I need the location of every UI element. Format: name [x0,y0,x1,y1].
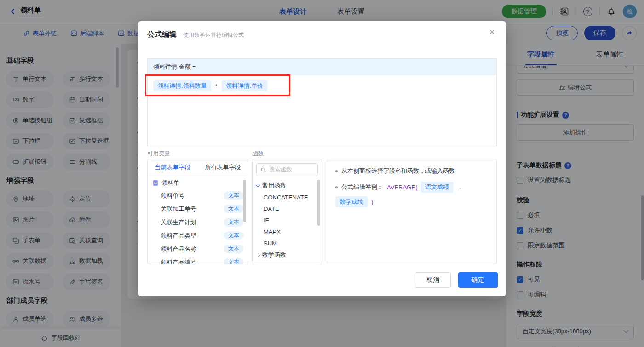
variable-field-name: 领料单号 [161,192,184,200]
variable-field-name: 领料产品编号 [161,258,196,265]
variable-field-name: 关联生产计划 [161,218,196,227]
search-icon [260,167,266,173]
variable-type-tag: 文本 [224,205,243,213]
help-tip-2: 公式编辑举例： AVERAGE( 语文成绩 ， 数学成绩 ) [335,182,488,207]
chevron-right-icon [256,253,260,257]
example-comma: ， [457,183,463,191]
variables-tab-all-forms[interactable]: 所有表单字段 [198,159,248,175]
close-icon[interactable]: × [489,27,495,37]
variable-type-tag: 文本 [224,245,243,253]
example-field-pill: 数学成绩 [335,196,368,207]
variables-scrollbar[interactable] [243,180,246,222]
modal-subtitle: 使用数学运算符编辑公式 [183,31,244,39]
variables-tabs: 当前表单字段所有表单字段 [148,159,248,175]
confirm-button[interactable]: 确定 [458,272,498,288]
variable-field-row[interactable]: 关联生产计划文本 [148,216,248,229]
modal-header: 公式编辑 使用数学运算符编辑公式 [147,30,244,40]
variable-type-tag: 文本 [224,191,243,200]
function-group-name: 数学函数 [262,251,286,259]
function-group[interactable]: 数学函数 [253,249,322,261]
bullet-dot [335,170,338,172]
functions-label: 函数 [252,150,264,158]
function-group[interactable]: 文本函数 [253,261,322,264]
formula-expression[interactable]: 领料详情.领料数量*领料详情.单价 [148,75,496,97]
help-tip-1: 从左侧面板选择字段名和函数，或输入函数 [335,167,488,175]
functions-panel: 搜索函数 常用函数CONCATENATEDATEIFMAPXSUM数学函数文本函… [252,159,322,264]
variable-type-tag: 文本 [224,218,243,227]
function-search-box[interactable]: 搜索函数 [256,163,318,176]
formula-target: 领料详情.金额 = [148,59,496,75]
variable-field-row[interactable]: 领料产品编号文本 [148,256,248,264]
variable-field-name: 关联加工单号 [161,205,196,213]
example-close-paren: ) [371,199,373,205]
function-item[interactable]: IF [253,215,322,226]
function-search-placeholder: 搜索函数 [269,166,292,174]
bullet-dot [335,186,338,188]
function-item[interactable]: SUM [253,238,322,249]
function-group-name: 常用函数 [262,182,286,190]
cancel-button[interactable]: 取消 [415,272,451,288]
variable-type-tag: 文本 [224,231,243,240]
chevron-down-icon [256,183,260,188]
variable-type-tag: 文本 [224,258,243,264]
function-group[interactable]: 常用函数 [253,180,322,192]
formula-field-pill[interactable]: 领料详情.领料数量 [153,80,211,91]
tree-root-form[interactable]: 领料单 [148,175,248,189]
functions-scrollbar[interactable] [317,180,320,226]
variables-tab-current-form[interactable]: 当前表单字段 [148,159,198,175]
formula-operator: * [215,83,218,90]
formula-editor[interactable]: 领料详情.金额 = 领料详情.领料数量*领料详情.单价 [147,58,497,147]
variables-label: 可用变量 [147,150,170,158]
variable-field-row[interactable]: 领料产品名称文本 [148,242,248,256]
app-root: 领料单 表单设计表单设置 数据管理 ? 检 表单外链后端脚本数据权限 预览 保存 [0,0,644,347]
modal-title: 公式编辑 [147,30,177,40]
document-icon [152,180,159,186]
variable-field-name: 领料产品名称 [161,245,196,253]
modal-footer: 取消 确定 [415,272,498,288]
formula-edit-modal: 公式编辑 使用数学运算符编辑公式 × 领料详情.金额 = 领料详情.领料数量*领… [138,21,506,296]
function-group-name: 文本函数 [262,263,286,264]
variable-field-row[interactable]: 关联加工单号文本 [148,202,248,216]
example-function-name: AVERAGE( [387,184,417,191]
function-item[interactable]: MAPX [253,226,322,238]
variable-field-row[interactable]: 领料单号文本 [148,189,248,202]
variable-field-row[interactable]: 领料产品类型文本 [148,229,248,242]
formula-help-panel: 从左侧面板选择字段名和函数，或输入函数 公式编辑举例： AVERAGE( 语文成… [327,159,497,264]
variables-panel: 当前表单字段所有表单字段 领料单 领料单号文本关联加工单号文本关联生产计划文本领… [147,159,248,264]
function-item[interactable]: DATE [253,203,322,215]
function-item[interactable]: CONCATENATE [253,192,322,203]
formula-field-pill[interactable]: 领料详情.单价 [222,80,268,91]
variable-field-name: 领料产品类型 [161,232,196,240]
example-field-pill: 语文成绩 [421,182,453,193]
